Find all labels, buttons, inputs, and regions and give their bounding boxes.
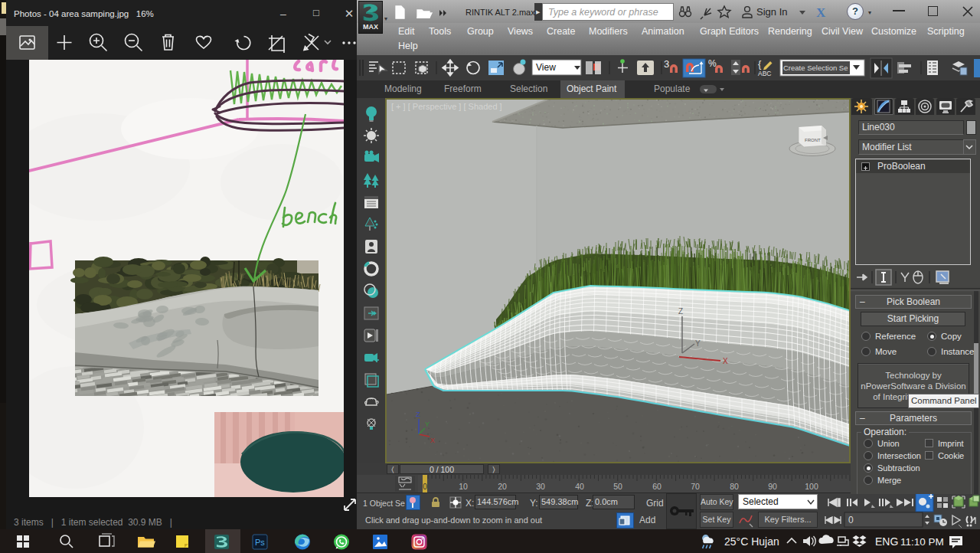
svg-text:90: 90 [768, 482, 777, 491]
svg-text:ABC: ABC [758, 70, 771, 77]
svg-text:0: 0 [423, 483, 427, 491]
svg-text:[ + ] [ Perspective ] [ Shaded: [ + ] [ Perspective ] [ Shaded ] [391, 102, 502, 111]
svg-text:0: 0 [848, 515, 854, 525]
svg-text:X: X [430, 437, 435, 444]
svg-text:Z: Z [678, 307, 683, 316]
svg-text:Y: Y [425, 420, 430, 428]
svg-text:40: 40 [575, 482, 584, 491]
svg-text:FRONT: FRONT [805, 138, 821, 142]
svg-text:Z: Z [416, 411, 420, 418]
svg-text:ENG: ENG [875, 535, 898, 548]
svg-text:Y: Y [695, 339, 701, 348]
svg-text:11:10 PM: 11:10 PM [900, 536, 944, 548]
svg-text:10: 10 [459, 482, 468, 491]
svg-text:X: X [723, 357, 728, 365]
svg-text:25°C Hujan: 25°C Hujan [724, 535, 779, 548]
svg-text:100: 100 [805, 482, 818, 491]
svg-text:X: X [816, 5, 826, 20]
svg-text:Sign In: Sign In [756, 6, 787, 18]
svg-text:{: { [758, 58, 762, 70]
svg-text:70: 70 [691, 482, 700, 491]
svg-text:30: 30 [536, 482, 545, 491]
svg-text:80: 80 [730, 482, 739, 491]
svg-text:60: 60 [652, 482, 662, 491]
svg-text:View: View [536, 62, 556, 73]
svg-text:Create Selection Se: Create Selection Se [783, 64, 848, 72]
svg-text:50: 50 [613, 482, 622, 491]
svg-text:Ps: Ps [255, 538, 265, 547]
svg-text:3: 3 [664, 58, 669, 70]
svg-text:20: 20 [498, 482, 507, 491]
